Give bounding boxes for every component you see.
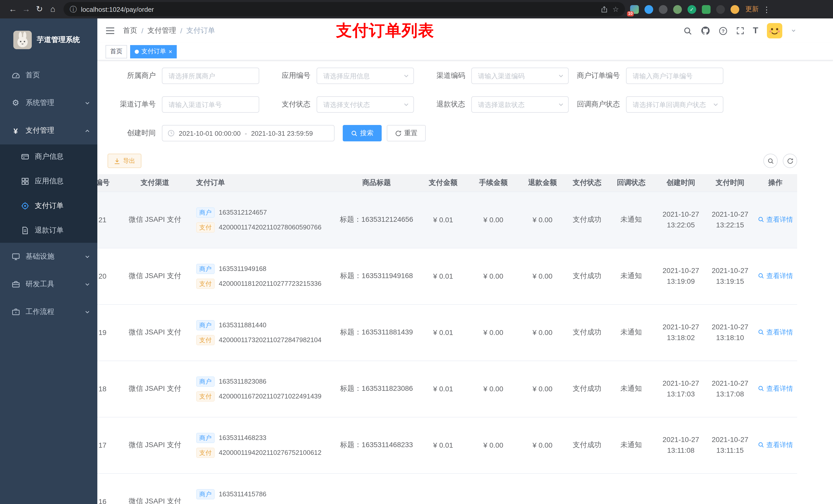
sidebar-item-home[interactable]: 首页 xyxy=(0,62,97,89)
caret-down-icon[interactable] xyxy=(791,28,796,33)
table-row[interactable]: 18 微信 JSAPI 支付 商户1635311823086 支付4200001… xyxy=(97,361,797,417)
table-row[interactable]: 21 微信 JSAPI 支付 商户1635312124657 支付4200001… xyxy=(97,192,797,248)
table-row[interactable]: 19 微信 JSAPI 支付 商户1635311881440 支付4200001… xyxy=(97,304,797,361)
filter-label-channel-order-no: 渠道订单号 xyxy=(108,100,162,109)
sidebar-item-refund-order[interactable]: 退款订单 xyxy=(0,218,97,243)
view-detail-link[interactable]: 查看详情 xyxy=(758,440,793,450)
refund-status-select[interactable] xyxy=(471,96,569,113)
extension-icon-7[interactable] xyxy=(716,5,725,14)
col-notify: 回调状态 xyxy=(607,174,655,192)
view-detail-link[interactable]: 查看详情 xyxy=(758,215,793,224)
extension-icon-2[interactable] xyxy=(644,5,653,14)
cell-create-time: 2021-10-27 13:11:08 xyxy=(655,417,707,473)
view-detail-link[interactable]: 查看详情 xyxy=(758,328,793,337)
sidebar-item-dev-tools[interactable]: 研发工具 xyxy=(0,270,97,298)
notify-status-select[interactable] xyxy=(626,96,723,113)
font-size-icon[interactable]: T xyxy=(753,26,758,36)
cell-channel: 微信 JSAPI 支付 xyxy=(120,473,190,504)
toolbox-icon xyxy=(11,280,20,288)
filter-label-notify-status: 回调商户状态 xyxy=(572,100,626,109)
breadcrumb-home[interactable]: 首页 xyxy=(123,26,137,35)
sidebar-item-label: 基础设施 xyxy=(26,252,54,261)
toggle-search-icon[interactable] xyxy=(763,154,778,168)
navbar-actions: ? T xyxy=(683,23,796,39)
filter-label-pay-status: 支付状态 xyxy=(262,100,317,109)
browser-update-button[interactable]: 更新 xyxy=(745,5,759,14)
date-range-picker[interactable]: 2021-10-01 00:00:00 - 2021-10-31 23:59:5… xyxy=(162,125,335,141)
pay-tag: 支付 xyxy=(196,279,215,289)
channel-code-select[interactable] xyxy=(471,68,569,84)
sidebar-item-app-info[interactable]: 应用信息 xyxy=(0,169,97,194)
refresh-icon[interactable] xyxy=(783,154,797,168)
avatar[interactable] xyxy=(767,23,782,39)
view-detail-link[interactable]: 查看详情 xyxy=(758,384,793,393)
export-button[interactable]: 导出 xyxy=(108,154,141,168)
merchant-order-no-input[interactable] xyxy=(626,68,723,84)
sidebar-item-merchant-info[interactable]: 商户信息 xyxy=(0,144,97,169)
search-icon[interactable] xyxy=(683,26,692,35)
close-icon[interactable]: × xyxy=(169,48,172,54)
orders-table: 编号 支付渠道 支付订单 商品标题 支付金额 手续金额 退款金额 支付状态 回调… xyxy=(97,174,797,504)
reload-icon[interactable]: ↻ xyxy=(33,3,46,16)
forward-icon[interactable]: → xyxy=(20,3,33,16)
extension-badge: 10 xyxy=(627,11,634,16)
cell-status: 支付成功 xyxy=(567,417,607,473)
search-button-label: 搜索 xyxy=(360,128,374,138)
reset-button-label: 重置 xyxy=(404,128,418,138)
cell-create-time xyxy=(655,473,707,504)
github-icon[interactable] xyxy=(700,26,710,35)
sidebar-item-label: 系统管理 xyxy=(26,98,54,107)
extension-icon-6[interactable] xyxy=(702,5,711,14)
cell-amount: ¥ 0.01 xyxy=(418,417,469,473)
cell-status: 支付成功 xyxy=(567,192,607,248)
sidebar-item-workflow[interactable]: 工作流程 xyxy=(0,298,97,326)
sidebar-item-payment[interactable]: ¥ 支付管理 xyxy=(0,117,97,144)
date-start[interactable]: 2021-10-01 00:00:00 xyxy=(179,129,240,137)
help-icon[interactable]: ? xyxy=(718,26,727,35)
bookmark-star-icon[interactable]: ☆ xyxy=(613,6,619,13)
briefcase-icon xyxy=(11,308,20,316)
extension-icon-8[interactable] xyxy=(731,5,739,14)
tab-pay-order[interactable]: 支付订单 × xyxy=(130,45,177,58)
table-row[interactable]: 20 微信 JSAPI 支付 商户1635311949168 支付4200001… xyxy=(97,248,797,304)
extension-icon-5[interactable]: ✓ xyxy=(688,5,696,14)
home-icon[interactable]: ⌂ xyxy=(46,3,60,16)
document-icon xyxy=(21,226,29,235)
site-info-icon[interactable]: ⓘ xyxy=(70,6,77,13)
share-icon[interactable] xyxy=(601,5,609,13)
pay-status-select[interactable] xyxy=(317,96,414,113)
breadcrumb-pay[interactable]: 支付管理 xyxy=(147,26,176,35)
browser-menu-icon[interactable]: ⋮ xyxy=(762,5,771,14)
app-select[interactable] xyxy=(317,68,414,84)
col-amount: 支付金额 xyxy=(418,174,469,192)
cell-order: 商户1635311881440 支付4200001173202110272847… xyxy=(190,304,336,361)
extension-icon-3[interactable] xyxy=(659,5,668,14)
merchant-tag: 商户 xyxy=(196,207,215,217)
table-row[interactable]: 16 微信 JSAPI 支付 商户1635311415786 支付 xyxy=(97,473,797,504)
reset-button[interactable]: 重置 xyxy=(387,125,426,141)
search-button[interactable]: 搜索 xyxy=(343,125,382,141)
cell-channel: 微信 JSAPI 支付 xyxy=(120,417,190,473)
cell-id: 17 xyxy=(97,417,120,473)
table-row[interactable]: 17 微信 JSAPI 支付 商户1635311468233 支付4200001… xyxy=(97,417,797,473)
fullscreen-icon[interactable] xyxy=(736,27,744,35)
url-text[interactable]: localhost:1024/pay/order xyxy=(81,5,597,13)
credit-card-icon xyxy=(21,153,29,161)
sidebar-item-system[interactable]: ⚙ 系统管理 xyxy=(0,89,97,117)
col-pay-time: 支付时间 xyxy=(707,174,754,192)
tab-home[interactable]: 首页 xyxy=(105,45,127,58)
collapse-sidebar-icon[interactable] xyxy=(105,27,115,35)
back-icon[interactable]: ← xyxy=(6,3,20,16)
pay-tag: 支付 xyxy=(196,335,215,345)
view-detail-link[interactable]: 查看详情 xyxy=(758,271,793,281)
sidebar-item-label: 首页 xyxy=(26,71,40,80)
extension-icon-1[interactable]: 10 xyxy=(630,5,639,14)
extension-icon-4[interactable] xyxy=(673,5,682,14)
address-bar[interactable]: ⓘ localhost:1024/pay/order ☆ xyxy=(64,2,625,16)
sidebar-item-infra[interactable]: 基础设施 xyxy=(0,243,97,270)
channel-order-no-input[interactable] xyxy=(162,96,259,113)
col-action: 操作 xyxy=(754,174,797,192)
sidebar-item-pay-order[interactable]: 支付订单 xyxy=(0,194,97,218)
date-end[interactable]: 2021-10-31 23:59:59 xyxy=(251,129,313,137)
merchant-input[interactable] xyxy=(162,68,259,84)
